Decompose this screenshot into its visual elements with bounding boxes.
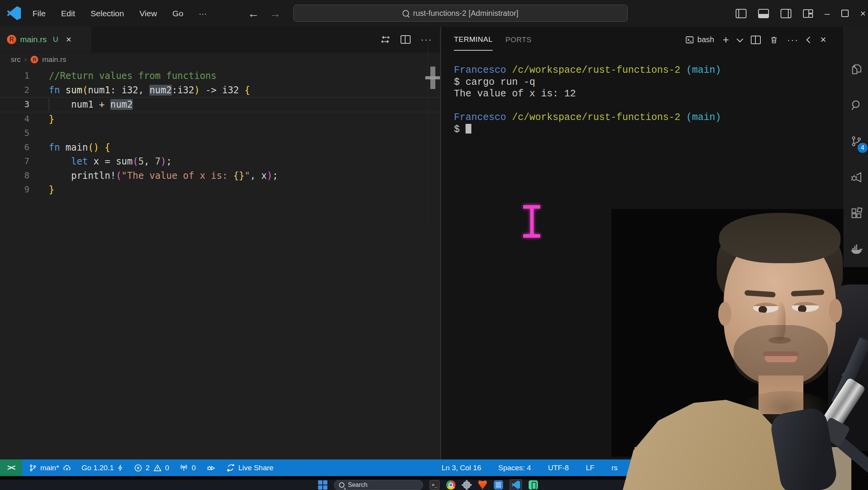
toggle-secondary-sidebar-icon[interactable] — [781, 9, 791, 18]
menu-go[interactable]: Go — [166, 7, 190, 21]
compare-changes-icon[interactable] — [380, 34, 390, 45]
chevron-left-icon[interactable] — [806, 36, 813, 43]
code-token: { — [245, 85, 250, 96]
warning-count: 0 — [165, 464, 169, 472]
code-editor[interactable]: 1//Return values from functions2fn sum(n… — [0, 66, 440, 459]
ports-status[interactable]: 0 — [179, 464, 196, 472]
menu-more-icon[interactable]: ··· — [193, 7, 213, 21]
editor-more-actions-icon[interactable]: ··· — [421, 34, 432, 45]
close-window-button[interactable]: × — [860, 8, 866, 19]
code-line[interactable]: 3 num1 + num2 — [0, 97, 440, 112]
minimize-button[interactable]: – — [825, 8, 830, 19]
brave-browser-icon[interactable] — [478, 480, 487, 490]
terminal-text — [506, 112, 512, 123]
overview-ruler-cursor-mark — [425, 76, 442, 79]
panel-more-actions-icon[interactable]: ··· — [787, 34, 799, 45]
shell-label: bash — [697, 35, 714, 44]
terminal-text — [506, 65, 512, 76]
breadcrumb-file[interactable]: main.rs — [42, 55, 66, 64]
code-token — [49, 156, 71, 167]
phone-link-icon[interactable] — [529, 480, 538, 490]
code-token: ( — [88, 142, 93, 153]
code-token: let — [71, 156, 88, 167]
code-token: -> — [200, 85, 222, 96]
terminal-icon — [685, 35, 694, 45]
code-token: num2 — [110, 99, 133, 110]
code-line[interactable]: 7 let x = sum(5, 7); — [0, 154, 440, 169]
code-line[interactable]: 2fn sum(num1: i32, num2:i32) -> i32 { — [0, 83, 440, 98]
customize-layout-icon[interactable] — [803, 9, 813, 18]
indentation-status[interactable]: Spaces: 4 — [498, 464, 531, 472]
restore-button[interactable] — [841, 10, 849, 17]
tab-ports[interactable]: PORTS — [505, 29, 532, 50]
code-token: i32 — [177, 85, 194, 96]
chevron-down-icon[interactable] — [736, 36, 743, 42]
command-center-search[interactable]: rust-functions-2 [Administrator] — [293, 5, 628, 22]
code-line[interactable]: 6fn main() { — [0, 140, 440, 155]
code-token: ( — [116, 170, 121, 181]
problems-status[interactable]: 2 0 — [134, 464, 169, 472]
notes-app-icon[interactable] — [494, 480, 503, 490]
docker-icon[interactable] — [844, 237, 868, 262]
debug-console-status[interactable] — [206, 463, 216, 473]
code-line[interactable]: 5 — [0, 126, 440, 140]
terminal-text: Francesco — [454, 112, 506, 123]
explorer-icon[interactable] — [844, 57, 868, 82]
terminal-text — [680, 112, 686, 123]
menu-selection[interactable]: Selection — [84, 7, 130, 21]
tab-main-rs[interactable]: R main.rs U × — [0, 27, 91, 52]
code-token: num2 — [149, 85, 172, 96]
code-token: {} — [233, 170, 245, 181]
language-mode-status[interactable]: rs — [611, 464, 618, 472]
code-token: ) — [194, 85, 200, 96]
title-bar: File Edit Selection View Go ··· ← → rust… — [0, 0, 868, 27]
eol-status[interactable]: LF — [586, 464, 594, 472]
extensions-icon[interactable] — [844, 201, 868, 226]
live-share-comments-icon[interactable] — [844, 273, 868, 298]
menu-edit[interactable]: Edit — [55, 7, 81, 21]
tab-close-icon[interactable]: × — [66, 34, 72, 45]
windows-terminal-icon[interactable]: >_ — [430, 480, 440, 490]
tab-terminal[interactable]: TERMINAL — [454, 29, 493, 51]
vscode-taskbar-icon[interactable] — [510, 479, 522, 490]
split-editor-icon[interactable] — [401, 35, 411, 44]
code-line[interactable]: 1//Return values from functions — [0, 69, 440, 83]
remote-indicator[interactable]: >< — [0, 459, 22, 476]
code-line[interactable]: 4} — [0, 112, 440, 127]
rust-file-icon: R — [31, 56, 38, 63]
run-debug-icon[interactable] — [844, 165, 868, 190]
back-arrow-icon[interactable]: ← — [248, 7, 259, 20]
editor-scrollbar-gutter — [428, 42, 428, 219]
chrome-icon[interactable] — [446, 480, 455, 490]
windows-start-icon[interactable] — [318, 480, 327, 490]
toggle-panel-icon[interactable] — [758, 9, 769, 18]
menu-view[interactable]: View — [133, 7, 163, 21]
toggle-sidebar-icon[interactable] — [736, 9, 746, 18]
split-terminal-icon[interactable] — [751, 36, 761, 44]
breadcrumb-folder[interactable]: src — [11, 55, 21, 64]
live-share-status[interactable]: Live Share — [226, 463, 274, 473]
trash-icon[interactable] — [769, 35, 779, 45]
close-panel-icon[interactable]: × — [820, 34, 826, 46]
go-version-status[interactable]: Go 1.20.1 — [82, 464, 124, 472]
source-control-icon[interactable]: 4 — [844, 129, 868, 154]
code-line[interactable]: 8 println!("The value of x is: {}", x); — [0, 169, 440, 183]
terminal-text: $ cargo run -q — [454, 77, 535, 88]
code-token: "The value of x is: — [122, 170, 233, 181]
code-token: ; — [272, 170, 278, 181]
taskbar-search[interactable]: Search — [334, 480, 423, 490]
terminal-output[interactable]: Francesco /c/workspace/rust-functions-2 … — [441, 53, 844, 459]
git-branch-status[interactable]: main* — [29, 463, 72, 473]
breadcrumb[interactable]: src › R main.rs — [0, 53, 451, 66]
code-line[interactable]: 9} — [0, 183, 440, 197]
forward-arrow-icon[interactable]: → — [269, 7, 281, 20]
search-sidebar-icon[interactable] — [844, 93, 868, 118]
shell-selector[interactable]: bash — [685, 35, 714, 45]
go-live-status[interactable] — [635, 464, 644, 472]
code-token: num1 — [88, 85, 110, 96]
encoding-status[interactable]: UTF-8 — [548, 464, 569, 472]
settings-gear-icon[interactable] — [462, 480, 471, 490]
new-terminal-icon[interactable]: + — [722, 36, 729, 44]
cursor-position-status[interactable]: Ln 3, Col 16 — [442, 464, 481, 472]
menu-file[interactable]: File — [26, 7, 52, 21]
